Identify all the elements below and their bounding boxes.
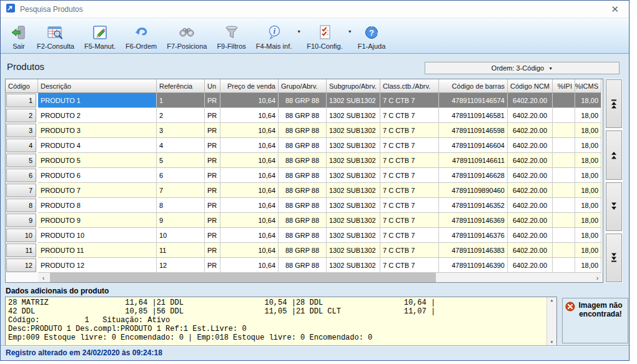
row-indicator-cell[interactable]: 8 <box>6 198 38 213</box>
chevron-down-icon: ▼ <box>548 66 553 71</box>
row-number-button[interactable]: 7 <box>6 184 36 197</box>
close-icon[interactable]: ✕ <box>607 3 623 15</box>
memo-vertical-scrollbar[interactable]: ▲ ▼ <box>546 297 556 345</box>
row-indicator-cell[interactable]: 10 <box>6 228 38 243</box>
horizontal-scrollbar[interactable]: ‹ › <box>6 273 603 282</box>
row-number-button[interactable]: 5 <box>6 154 36 167</box>
row-indicator-cell[interactable]: 7 <box>6 183 38 198</box>
f10-config-button[interactable]: F10-Config. <box>302 19 347 52</box>
table-row[interactable]: 7PRODUTO 77PR10,6488 GRP 881302 SUB13027… <box>6 183 603 198</box>
row-number-button[interactable]: 3 <box>6 124 36 137</box>
column-header-preco[interactable]: Preço de venda <box>220 79 279 93</box>
cell-grupo: 88 GRP 88 <box>279 108 327 123</box>
cell-preco: 10,64 <box>220 258 279 273</box>
row-indicator-cell[interactable]: 1 <box>6 93 38 108</box>
row-number-button[interactable]: 12 <box>6 258 36 272</box>
table-row[interactable]: 1PRODUTO 11PR10,6488 GRP 881302 SUB13027… <box>6 93 603 108</box>
cell-ipi <box>553 228 575 243</box>
cell-un: PR <box>205 198 220 213</box>
mais-inf-dropdown-icon[interactable]: ▼ <box>297 29 301 34</box>
cell-preco: 10,64 <box>220 198 279 213</box>
cell-icms: 18,00 <box>575 258 601 273</box>
order-selector-button[interactable]: Ordem: 3-Código ▼ <box>425 62 620 74</box>
f4-mais-inf-button[interactable]: i F4-Mais inf. <box>251 19 297 52</box>
column-header-ipi[interactable]: %IPI <box>553 79 575 93</box>
scroll-left-icon[interactable]: ‹ <box>38 273 49 282</box>
scrollbar-track[interactable] <box>49 273 592 282</box>
cell-un: PR <box>205 153 220 168</box>
column-header-descricao[interactable]: Descrição <box>38 79 157 93</box>
table-row[interactable]: 2PRODUTO 22PR10,6488 GRP 881302 SUB13027… <box>6 108 603 123</box>
row-number-button[interactable]: 2 <box>6 109 36 122</box>
page-down-button[interactable] <box>606 182 622 231</box>
table-row[interactable]: 11PRODUTO 1111PR10,6488 GRP 881302 SUB13… <box>6 243 603 258</box>
page-up-button[interactable] <box>606 130 622 179</box>
column-header-classctb[interactable]: Class.ctb./Abrv. <box>380 79 439 93</box>
column-header-icms[interactable]: %ICMS <box>575 79 601 93</box>
row-number-button[interactable]: 8 <box>6 199 36 212</box>
table-row[interactable]: 4PRODUTO 44PR10,6488 GRP 881302 SUB13027… <box>6 138 603 153</box>
scrollbar-spacer <box>6 273 38 282</box>
row-indicator-cell[interactable]: 5 <box>6 153 38 168</box>
scrollbar-thumb[interactable] <box>50 273 436 282</box>
f6-ordem-button[interactable]: F6-Ordem <box>121 19 162 52</box>
column-header-barras[interactable]: Código de barras <box>439 79 508 93</box>
scroll-down-icon[interactable]: ▼ <box>550 340 554 344</box>
first-record-icon <box>611 99 617 109</box>
table-row[interactable]: 8PRODUTO 88PR10,6488 GRP 881302 SUB13027… <box>6 198 603 213</box>
first-record-button[interactable] <box>606 79 622 128</box>
cell-subgrupo: 1302 SUB1302 <box>327 183 380 198</box>
table-row[interactable]: 10PRODUTO 1010PR10,6488 GRP 881302 SUB13… <box>6 228 603 243</box>
row-number-button[interactable]: 4 <box>6 139 36 152</box>
row-indicator-cell[interactable]: 9 <box>6 213 38 228</box>
column-header-grupo[interactable]: Grupo/Abrv. <box>279 79 327 93</box>
row-indicator-cell[interactable]: 4 <box>6 138 38 153</box>
row-number-button[interactable]: 6 <box>6 169 36 182</box>
row-indicator-cell[interactable]: 11 <box>6 243 38 258</box>
column-header-ncm[interactable]: Código NCM <box>508 79 553 93</box>
table-row[interactable]: 6PRODUTO 66PR10,6488 GRP 881302 SUB13027… <box>6 168 603 183</box>
scroll-right-icon[interactable]: › <box>592 273 603 282</box>
table-row[interactable]: 9PRODUTO 99PR10,6488 GRP 881302 SUB13027… <box>6 213 603 228</box>
row-number-button[interactable]: 9 <box>6 214 36 227</box>
f7-posiciona-button[interactable]: F7-Posiciona <box>162 19 212 52</box>
info-balloon-icon: i <box>266 24 282 41</box>
row-number-button[interactable]: 11 <box>6 243 36 257</box>
record-nav-strip <box>605 79 623 283</box>
cell-ipi <box>553 153 575 168</box>
funnel-icon <box>224 24 240 41</box>
cell-descricao: PRODUTO 4 <box>38 138 157 153</box>
toolbar-button-label: F7-Posiciona <box>167 42 207 50</box>
cell-preco: 10,64 <box>220 153 279 168</box>
column-header-codigo[interactable]: Código <box>6 79 38 93</box>
column-header-un[interactable]: Un <box>205 79 220 93</box>
last-record-button[interactable] <box>606 234 622 282</box>
cell-grupo: 88 GRP 88 <box>279 153 327 168</box>
f1-ajuda-button[interactable]: ? F1-Ajuda <box>353 19 391 52</box>
row-number-button[interactable]: 1 <box>6 94 36 107</box>
cell-icms: 18,00 <box>575 123 601 138</box>
scroll-up-icon[interactable]: ▲ <box>550 298 554 302</box>
page-up-icon <box>611 151 617 159</box>
f9-filtros-button[interactable]: F9-Filtros <box>212 19 250 52</box>
row-number-button[interactable]: 10 <box>6 229 36 242</box>
cell-preco: 10,64 <box>220 93 279 108</box>
product-details-memo[interactable]: 28 MATRIZ 11,64 |21 DDL 10,54 |28 DDL 10… <box>5 297 557 346</box>
config-dropdown-icon[interactable]: ▼ <box>348 29 352 34</box>
row-indicator-cell[interactable]: 2 <box>6 108 38 123</box>
table-row[interactable]: 5PRODUTO 55PR10,6488 GRP 881302 SUB13027… <box>6 153 603 168</box>
row-indicator-cell[interactable]: 3 <box>6 123 38 138</box>
row-indicator-cell[interactable]: 6 <box>6 168 38 183</box>
cell-icms: 18,00 <box>575 168 601 183</box>
cell-subgrupo: 1302 SUB1302 <box>327 123 380 138</box>
f5-manut-button[interactable]: F5-Manut. <box>79 19 121 52</box>
column-header-subgrupo[interactable]: Subgrupo/Abrv. <box>327 79 380 93</box>
table-row[interactable]: 3PRODUTO 33PR10,6488 GRP 881302 SUB13027… <box>6 123 603 138</box>
sair-button[interactable]: Sair <box>6 19 32 52</box>
toolbar-button-label: F1-Ajuda <box>358 42 386 50</box>
row-indicator-cell[interactable]: 12 <box>6 258 38 273</box>
f2-consulta-button[interactable]: F2-Consulta <box>32 19 79 52</box>
table-row[interactable]: 12PRODUTO 1212PR10,6488 GRP 881302 SUB13… <box>6 258 603 273</box>
cell-ipi <box>553 138 575 153</box>
column-header-referencia[interactable]: Referência <box>157 79 205 93</box>
